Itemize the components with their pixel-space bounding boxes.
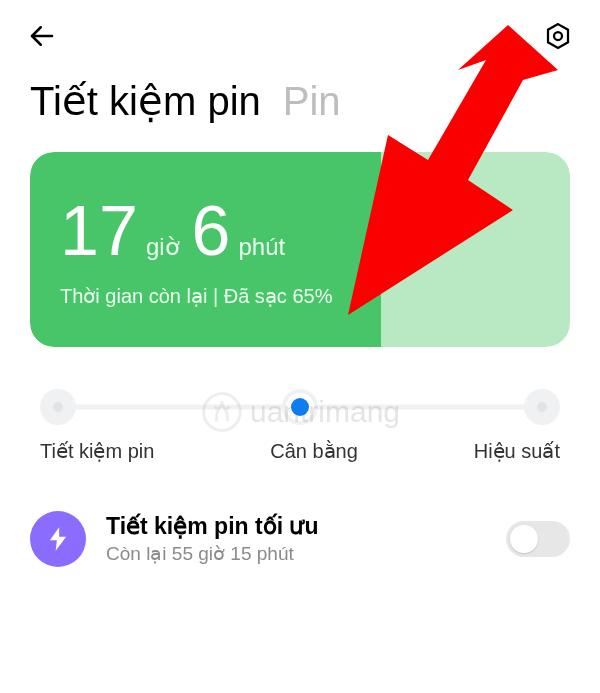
svg-point-1 [554, 32, 562, 40]
hours-value: 17 [60, 196, 138, 266]
slider-thumb-inner [291, 398, 309, 416]
bolt-icon [30, 511, 86, 567]
performance-slider[interactable]: Tiết kiệm pin Cân bằng Hiệu suất [40, 389, 560, 463]
card-foreground: 17 giờ 6 phút Thời gian còn lại | Đã sạc… [30, 152, 381, 347]
slider-stop-right[interactable] [524, 389, 560, 425]
tab-battery-saver[interactable]: Tiết kiệm pin [30, 78, 261, 124]
minutes-unit: phút [239, 233, 286, 261]
time-remaining: 17 giờ 6 phút [60, 196, 351, 266]
ultra-saver-title: Tiết kiệm pin tối ưu [106, 513, 486, 540]
ultra-saver-toggle[interactable] [506, 521, 570, 557]
arrow-left-icon [27, 21, 57, 55]
minutes-value: 6 [192, 196, 231, 266]
ultra-saver-row: Tiết kiệm pin tối ưu Còn lại 55 giờ 15 p… [30, 511, 570, 567]
hours-unit: giờ [146, 233, 180, 261]
tab-bar: Tiết kiệm pin Pin [0, 68, 600, 152]
tab-battery[interactable]: Pin [283, 79, 341, 124]
slider-label-left: Tiết kiệm pin [40, 439, 154, 463]
toggle-knob [510, 525, 538, 553]
slider-label-center: Cân bằng [270, 439, 358, 463]
card-subtitle: Thời gian còn lại | Đã sạc 65% [60, 284, 351, 308]
slider-label-right: Hiệu suất [474, 439, 560, 463]
gear-icon [543, 21, 573, 55]
settings-button[interactable] [538, 18, 578, 58]
battery-status-card[interactable]: 17 giờ 6 phút Thời gian còn lại | Đã sạc… [30, 152, 570, 347]
slider-thumb[interactable] [286, 393, 314, 421]
card-background [381, 152, 570, 347]
slider-stop-left[interactable] [40, 389, 76, 425]
ultra-saver-subtitle: Còn lại 55 giờ 15 phút [106, 542, 486, 565]
back-button[interactable] [22, 18, 62, 58]
